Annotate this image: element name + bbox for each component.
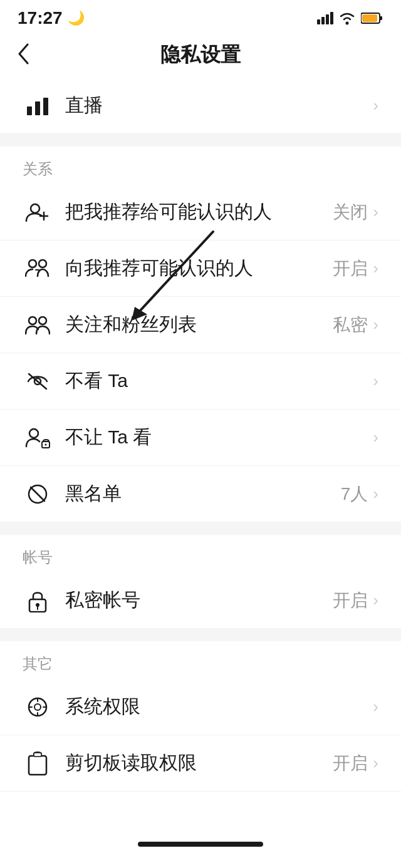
menu-item-private-account[interactable]: 私密帐号 开启 › (0, 572, 401, 629)
svg-rect-33 (34, 753, 41, 757)
svg-point-18 (29, 429, 38, 438)
live-stream-arrow: › (373, 96, 378, 115)
not-see-arrow: › (373, 371, 378, 391)
moon-icon: 🌙 (68, 10, 85, 26)
svg-rect-9 (35, 101, 40, 115)
recommend-from-arrow: › (373, 259, 378, 278)
menu-item-live-stream[interactable]: 直播 › (0, 78, 401, 134)
section-other: 其它 系统权限 › 剪切板读取权限 开启 › (0, 641, 401, 792)
person-add-icon (23, 201, 53, 224)
divider-3 (0, 629, 401, 641)
blacklist-value: 7人 (341, 482, 368, 506)
battery-icon (361, 12, 383, 24)
status-icons (317, 11, 383, 25)
status-time: 17:27 (18, 8, 63, 28)
not-see-label: 不看 Ta (65, 368, 368, 394)
back-button[interactable] (18, 43, 30, 68)
svg-point-11 (31, 204, 39, 213)
menu-item-not-see[interactable]: 不看 Ta › (0, 353, 401, 410)
recommend-to-label: 把我推荐给可能认识的人 (65, 199, 333, 225)
lock-icon (23, 589, 53, 612)
svg-rect-7 (362, 14, 377, 22)
svg-rect-3 (330, 12, 333, 24)
blacklist-arrow: › (373, 484, 378, 504)
svg-rect-1 (321, 17, 325, 24)
svg-rect-32 (29, 756, 46, 775)
svg-point-27 (34, 704, 41, 710)
clipboard-icon (23, 751, 53, 776)
menu-item-recommend-from[interactable]: 向我推荐可能认识的人 开启 › (0, 240, 401, 297)
menu-item-blacklist[interactable]: 黑名单 7人 › (0, 466, 401, 522)
clipboard-value: 开启 (333, 752, 368, 775)
svg-point-15 (39, 317, 46, 324)
not-let-see-label: 不让 Ta 看 (65, 425, 368, 450)
follow-list-arrow: › (373, 315, 378, 334)
home-bar (138, 842, 263, 847)
eye-off-icon (23, 370, 53, 393)
not-let-see-arrow: › (373, 428, 378, 447)
blacklist-label: 黑名单 (65, 481, 341, 507)
follow-list-label: 关注和粉丝列表 (65, 312, 333, 338)
person-group-icon (23, 314, 53, 336)
section-live: 直播 › (0, 78, 401, 134)
recommend-from-label: 向我推荐可能认识的人 (65, 256, 333, 281)
person-suggest-icon (23, 257, 53, 280)
page-title: 隐私设置 (160, 41, 241, 69)
divider-2 (0, 522, 401, 535)
menu-item-follow-list[interactable]: 关注和粉丝列表 私密 › (0, 297, 401, 353)
settings-circle-icon (23, 695, 53, 719)
divider-1 (0, 134, 401, 147)
menu-item-recommend-to[interactable]: 把我推荐给可能认识的人 关闭 › (0, 184, 401, 240)
section-account: 帐号 私密帐号 开启 › (0, 535, 401, 629)
follow-list-value: 私密 (333, 313, 368, 337)
signal-icon (317, 12, 333, 24)
svg-rect-10 (43, 98, 48, 115)
page-header: 隐私设置 (0, 33, 401, 78)
svg-rect-2 (326, 14, 329, 24)
wifi-icon (338, 11, 356, 25)
svg-point-4 (346, 22, 349, 25)
svg-rect-6 (380, 16, 382, 20)
recommend-to-arrow: › (373, 202, 378, 222)
recommend-to-value: 关闭 (333, 200, 368, 224)
system-permissions-arrow: › (373, 697, 378, 716)
section-label-relations: 关系 (0, 147, 401, 184)
svg-rect-0 (317, 19, 320, 24)
section-label-other: 其它 (0, 641, 401, 679)
clipboard-arrow: › (373, 753, 378, 773)
live-stream-label: 直播 (65, 93, 368, 118)
bar-chart-icon (23, 95, 53, 116)
svg-point-14 (29, 317, 36, 324)
svg-point-20 (45, 443, 47, 445)
system-permissions-label: 系统权限 (65, 694, 368, 720)
recommend-from-value: 开启 (333, 257, 368, 281)
svg-rect-8 (27, 106, 32, 115)
private-account-label: 私密帐号 (65, 587, 333, 613)
section-label-account: 帐号 (0, 535, 401, 572)
person-lock-icon (23, 426, 53, 449)
private-account-arrow: › (373, 591, 378, 610)
section-relations: 关系 把我推荐给可能认识的人 关闭 › 向我推荐可能认识的人 开启 › (0, 147, 401, 522)
block-icon (23, 483, 53, 505)
svg-point-13 (39, 260, 46, 267)
private-account-value: 开启 (333, 589, 368, 612)
home-indicator (0, 829, 401, 854)
clipboard-label: 剪切板读取权限 (65, 750, 333, 776)
menu-item-not-let-see[interactable]: 不让 Ta 看 › (0, 410, 401, 466)
menu-item-system-permissions[interactable]: 系统权限 › (0, 679, 401, 735)
svg-line-22 (31, 487, 44, 501)
svg-point-12 (29, 260, 36, 267)
menu-item-clipboard[interactable]: 剪切板读取权限 开启 › (0, 735, 401, 792)
status-bar: 17:27 🌙 (0, 0, 401, 33)
